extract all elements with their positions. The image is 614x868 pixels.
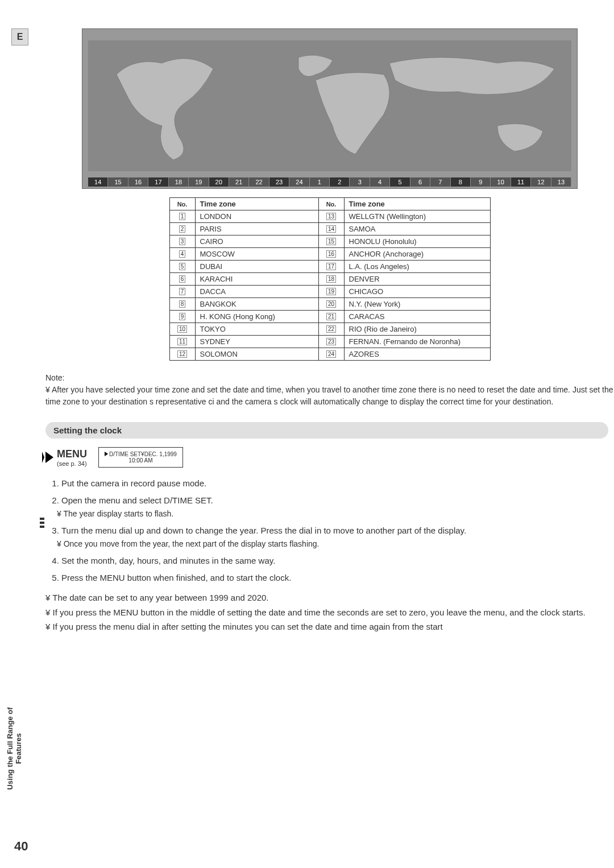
menu-button-graphic: MENU (see p. 34): [45, 448, 87, 467]
bottom-note-1: ¥ The date can be set to any year betwee…: [45, 590, 614, 605]
language-badge: E: [11, 28, 28, 46]
lcd-line-2: 10:00 AM: [105, 457, 177, 464]
step-1: Put the camera in record pause mode.: [61, 476, 614, 491]
tz-bar-cell: 2: [330, 177, 350, 187]
note-text: ¥ After you have selected your time zone…: [45, 384, 614, 408]
table-row: 6KARACHI18DENVER: [169, 273, 490, 286]
table-row: 8BANGKOK20N.Y. (New York): [169, 298, 490, 311]
bottom-note-2: ¥ If you press the MENU button in the mi…: [45, 605, 614, 620]
menu-label: MENU: [57, 448, 87, 460]
tz-bar-cell: 16: [128, 177, 148, 187]
tz-bar-cell: 20: [209, 177, 229, 187]
table-header-tz: Time zone: [195, 198, 318, 210]
tz-bar-cell: 10: [491, 177, 511, 187]
tz-bar-cell: 14: [88, 177, 108, 187]
menu-sub-ref: (see p. 34): [57, 460, 87, 467]
table-row: 11SYDNEY23FERNAN. (Fernando de Noronha): [169, 336, 490, 348]
step-3-sub: ¥ Once you move from the year, the next …: [57, 538, 614, 551]
tz-bar-cell: 12: [531, 177, 551, 187]
table-row: 12SOLOMON24AZORES: [169, 348, 490, 361]
lcd-display-box: D/TIME SET¥DEC. 1,1999 10:00 AM: [98, 447, 183, 468]
world-time-zone-map: 141516171819202122232412345678910111213: [82, 28, 578, 189]
section-title-setting-clock: Setting the clock: [45, 422, 608, 439]
play-icon: [45, 452, 53, 463]
step-2-sub: ¥ The year display starts to flash.: [57, 507, 614, 521]
table-header-no: No.: [169, 198, 195, 210]
timezone-number-bar: 141516171819202122232412345678910111213: [88, 177, 571, 187]
tz-bar-cell: 18: [169, 177, 189, 187]
bottom-note-3: ¥ If you press the menu dial in after se…: [45, 619, 614, 634]
step-3: Turn the menu dial up and down to change…: [61, 523, 614, 551]
tz-bar-cell: 21: [229, 177, 249, 187]
timezone-table: No. Time zone No. Time zone 1LONDON13WEL…: [169, 197, 491, 361]
tz-bar-cell: 23: [269, 177, 289, 187]
table-row: 3CAIRO15HONOLU (Honolulu): [169, 235, 490, 248]
tz-bar-cell: 17: [148, 177, 168, 187]
tz-bar-cell: 15: [108, 177, 128, 187]
tz-bar-cell: 24: [289, 177, 309, 187]
tz-bar-cell: 8: [451, 177, 471, 187]
table-row: 10TOKYO22RIO (Rio de Janeiro): [169, 323, 490, 336]
tz-bar-cell: 19: [189, 177, 209, 187]
note-label: Note:: [45, 372, 614, 384]
table-row: 9H. KONG (Hong Kong)21CARACAS: [169, 311, 490, 323]
table-row: 1LONDON13WELLGTN (Wellington): [169, 210, 490, 223]
step-5: Press the MENU button when finished, and…: [61, 571, 614, 585]
table-row: 5DUBAI17L.A. (Los Angeles): [169, 261, 490, 273]
tz-bar-cell: 3: [350, 177, 370, 187]
table-row: 2PARIS14SAMOA: [169, 223, 490, 235]
lcd-line-1: D/TIME SET¥DEC. 1,1999: [109, 451, 177, 457]
table-header-tz: Time zone: [344, 198, 490, 210]
world-map-svg: [88, 40, 571, 171]
tz-bar-cell: 5: [390, 177, 410, 187]
page-number: 40: [14, 839, 28, 854]
step-4: Set the month, day, hours, and minutes i…: [61, 553, 614, 568]
tz-bar-cell: 4: [370, 177, 390, 187]
step-2: Open the menu and select D/TIME SET. ¥ T…: [61, 493, 614, 521]
table-row: 4MOSCOW16ANCHOR (Anchorage): [169, 248, 490, 261]
sidebar-chapter-title: Using the Full Range of Features: [6, 692, 23, 805]
table-header-no: No.: [318, 198, 344, 210]
tz-bar-cell: 22: [249, 177, 269, 187]
tz-bar-cell: 7: [430, 177, 450, 187]
table-row: 7DACCA19CHICAGO: [169, 286, 490, 298]
play-icon: [105, 452, 108, 456]
tz-bar-cell: 9: [471, 177, 491, 187]
tz-bar-cell: 13: [551, 177, 571, 187]
tz-bar-cell: 1: [310, 177, 330, 187]
tz-bar-cell: 11: [511, 177, 531, 187]
tz-bar-cell: 6: [410, 177, 430, 187]
